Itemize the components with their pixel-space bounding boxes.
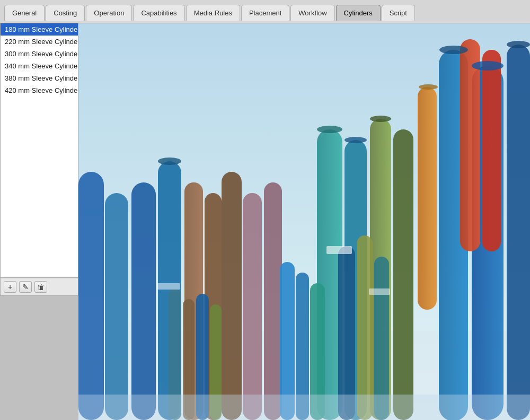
svg-rect-7 xyxy=(418,87,437,310)
svg-rect-39 xyxy=(326,246,352,254)
svg-rect-19 xyxy=(243,193,262,420)
svg-rect-20 xyxy=(264,182,282,420)
svg-rect-14 xyxy=(222,172,242,420)
svg-rect-11 xyxy=(393,129,413,420)
svg-point-36 xyxy=(370,116,391,122)
left-panel: 180 mm Sleeve Cylinder220 mm Sleeve Cyli… xyxy=(0,23,78,420)
svg-point-34 xyxy=(317,126,342,133)
list-item-item-340[interactable]: 340 mm Sleeve Cylinder xyxy=(1,60,78,72)
svg-rect-28 xyxy=(338,246,355,420)
delete-button[interactable]: 🗑 xyxy=(34,281,47,293)
svg-point-37 xyxy=(158,158,181,165)
svg-rect-40 xyxy=(369,288,390,295)
svg-rect-5 xyxy=(460,39,480,251)
svg-point-32 xyxy=(472,61,504,71)
tab-cylinders[interactable]: Cylinders xyxy=(336,5,381,21)
svg-point-35 xyxy=(344,137,367,143)
svg-rect-29 xyxy=(357,235,373,420)
svg-rect-17 xyxy=(105,193,128,420)
tab-workflow[interactable]: Workflow xyxy=(290,5,334,21)
cylinder-image-area xyxy=(78,23,530,420)
svg-rect-41 xyxy=(157,283,180,290)
main-content: 180 mm Sleeve Cylinder220 mm Sleeve Cyli… xyxy=(0,23,530,420)
tab-operation[interactable]: Operation xyxy=(86,5,132,21)
list-toolbar: + ✎ 🗑 xyxy=(0,278,78,296)
svg-rect-6 xyxy=(482,50,501,251)
svg-rect-4 xyxy=(507,45,530,420)
tab-capabilities[interactable]: Capabilities xyxy=(133,5,184,21)
tab-bar: General Costing Operation Capabilities M… xyxy=(0,0,530,23)
tab-placement[interactable]: Placement xyxy=(241,5,289,21)
tab-general[interactable]: General xyxy=(4,5,45,21)
tab-script[interactable]: Script xyxy=(382,5,415,21)
edit-button[interactable]: ✎ xyxy=(19,281,32,293)
add-button[interactable]: + xyxy=(4,281,16,293)
svg-point-38 xyxy=(419,84,438,90)
cylinder-list[interactable]: 180 mm Sleeve Cylinder220 mm Sleeve Cyli… xyxy=(0,23,78,278)
list-item-item-300[interactable]: 300 mm Sleeve Cylinder xyxy=(1,48,78,60)
svg-point-31 xyxy=(439,46,468,54)
list-item-item-420[interactable]: 420 mm Sleeve Cylinder xyxy=(1,84,78,97)
cylinder-image xyxy=(78,23,530,420)
list-item-item-380[interactable]: 380 mm Sleeve Cylinder xyxy=(1,72,78,84)
svg-point-33 xyxy=(507,41,530,48)
tab-media-rules[interactable]: Media Rules xyxy=(186,5,240,21)
svg-rect-42 xyxy=(78,395,530,420)
svg-rect-18 xyxy=(78,172,104,420)
list-item-item-220[interactable]: 220 mm Sleeve Cylinder xyxy=(1,36,78,48)
tab-costing[interactable]: Costing xyxy=(46,5,85,21)
svg-rect-16 xyxy=(131,182,156,420)
list-item-item-180[interactable]: 180 mm Sleeve Cylinder xyxy=(1,23,78,36)
